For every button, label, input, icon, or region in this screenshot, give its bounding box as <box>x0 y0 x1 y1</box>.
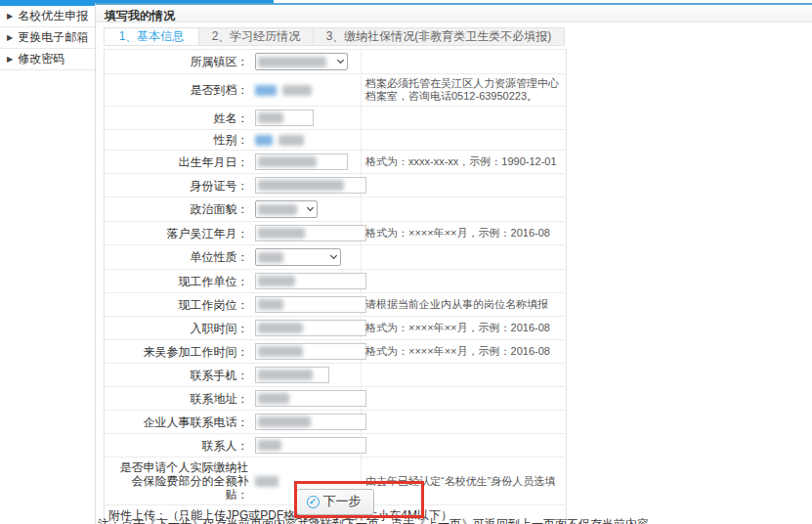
political-status-select[interactable] <box>255 200 318 218</box>
gender <box>255 133 304 147</box>
field-control-cell <box>251 270 362 293</box>
field-hint: 格式为：xxxx-xx-xx，示例：1990-12-01 <box>362 151 567 174</box>
field-control-cell <box>251 174 362 197</box>
name-input[interactable] <box>255 109 314 126</box>
redacted-value <box>258 276 295 286</box>
field-control-cell <box>251 364 362 387</box>
id-number-input[interactable] <box>255 177 366 194</box>
next-step-label: 下一步 <box>323 493 362 510</box>
tab-3[interactable]: 3、缴纳社保情况(非教育类卫生类不必填报) <box>313 27 565 46</box>
township-select[interactable] <box>255 53 348 70</box>
field-hint <box>362 434 567 458</box>
field-hint <box>362 107 567 130</box>
current-employer-input[interactable] <box>255 273 366 289</box>
current-position-input[interactable] <box>255 296 366 313</box>
mobile-input[interactable] <box>255 367 329 383</box>
arrow-right-icon: ▶ <box>7 34 13 42</box>
field-control-cell <box>251 107 362 130</box>
table-row: 现工作单位： <box>105 270 567 293</box>
field-control-cell <box>251 340 362 364</box>
sidebar-item-3[interactable]: ▶修改密码 <box>0 49 95 70</box>
redacted-value <box>258 416 311 427</box>
redacted-value <box>258 228 305 239</box>
sidebar-item-label: 更换电子邮箱 <box>18 29 88 46</box>
page-title: 填写我的情况 <box>96 5 812 22</box>
field-control-cell <box>251 293 362 317</box>
redacted-value <box>258 440 281 451</box>
wu-work-start-date-input[interactable] <box>255 343 366 360</box>
redacted-value <box>278 135 304 146</box>
redacted-value <box>258 180 344 191</box>
next-step-button[interactable]: ✓ 下一步 <box>296 489 374 515</box>
social-insurance-subsidy <box>255 474 278 488</box>
sidebar-item-2[interactable]: ▶更换电子邮箱 <box>0 27 95 49</box>
field-hint: 档案必须托管在吴江区人力资源管理中心档案室，咨询电话0512-63950223。 <box>362 74 567 107</box>
field-hint <box>362 387 567 411</box>
table-row: 联系人： <box>105 434 567 458</box>
redacted-value <box>258 112 283 123</box>
field-control-cell <box>251 245 362 270</box>
field-control-cell <box>251 74 362 107</box>
table-row: 现工作岗位：请根据当前企业内从事的岗位名称填报 <box>105 293 567 317</box>
next-button-area: ✓ 下一步 <box>104 489 566 515</box>
chevron-down-icon <box>329 252 336 259</box>
field-hint <box>362 364 567 387</box>
chevron-down-icon <box>336 57 343 64</box>
table-row: 政治面貌： <box>105 197 567 222</box>
field-hint <box>362 130 567 151</box>
redacted-value <box>258 156 317 167</box>
tab-2[interactable]: 2、学习经历情况 <box>198 27 314 46</box>
redacted-value <box>255 85 277 96</box>
hr-phone-input[interactable] <box>255 414 366 430</box>
contact-address-input[interactable] <box>255 390 366 407</box>
field-label: 联系地址： <box>105 387 251 411</box>
birthdate-input[interactable] <box>255 153 348 170</box>
sidebar-item-label: 修改密码 <box>18 51 64 67</box>
field-hint <box>362 174 567 197</box>
contact-person-input[interactable] <box>255 437 366 454</box>
table-row: 性别： <box>105 130 567 151</box>
field-control-cell <box>251 130 362 151</box>
table-row: 身份证号： <box>105 174 567 197</box>
field-control-cell <box>251 317 362 340</box>
field-hint <box>362 270 567 293</box>
field-label: 落户吴江年月： <box>105 222 251 245</box>
field-hint <box>362 50 567 74</box>
chevron-down-icon <box>306 204 313 211</box>
redacted-value <box>258 252 283 263</box>
field-label: 政治面貌： <box>105 197 251 222</box>
field-hint <box>362 245 567 270</box>
redacted-value <box>258 370 313 380</box>
table-row: 是否到档：档案必须托管在吴江区人力资源管理中心档案室，咨询电话0512-6395… <box>105 74 567 107</box>
field-label: 是否到档： <box>105 74 251 107</box>
table-row: 落户吴江年月：格式为：××××年××月，示例：2016-08 <box>105 222 567 245</box>
table-row: 联系地址： <box>105 387 567 411</box>
table-row: 企业人事联系电话： <box>105 411 567 434</box>
redacted-value <box>282 85 312 96</box>
table-row: 姓名： <box>105 107 567 130</box>
field-label: 性别： <box>105 130 251 151</box>
hire-date-input[interactable] <box>255 320 366 336</box>
field-hint: 请根据当前企业内从事的岗位名称填报 <box>362 293 567 317</box>
table-row: 所属镇区： <box>105 50 567 74</box>
field-control-cell <box>251 387 362 411</box>
redacted-value <box>258 299 283 310</box>
settle-wujiang-date-input[interactable] <box>255 225 366 241</box>
field-hint: 格式为：××××年××月，示例：2016-08 <box>362 317 567 340</box>
tab-1[interactable]: 1、基本信息 <box>104 27 199 46</box>
field-label: 现工作单位： <box>105 270 251 293</box>
field-control-cell <box>251 411 362 434</box>
field-label: 所属镇区： <box>105 50 251 74</box>
redacted-value <box>258 323 303 333</box>
field-label: 联系手机： <box>105 364 251 387</box>
table-row: 单位性质： <box>105 245 567 270</box>
field-label: 出生年月日： <box>105 151 251 174</box>
redacted-value <box>255 135 273 146</box>
redacted-value <box>255 476 278 487</box>
employer-type-select[interactable] <box>255 248 341 266</box>
redacted-value <box>258 393 289 404</box>
sidebar-item-1[interactable]: ▶名校优生申报 <box>0 6 95 27</box>
field-control-cell <box>251 434 362 458</box>
field-label: 身份证号： <box>105 174 251 197</box>
redacted-value <box>258 346 303 357</box>
